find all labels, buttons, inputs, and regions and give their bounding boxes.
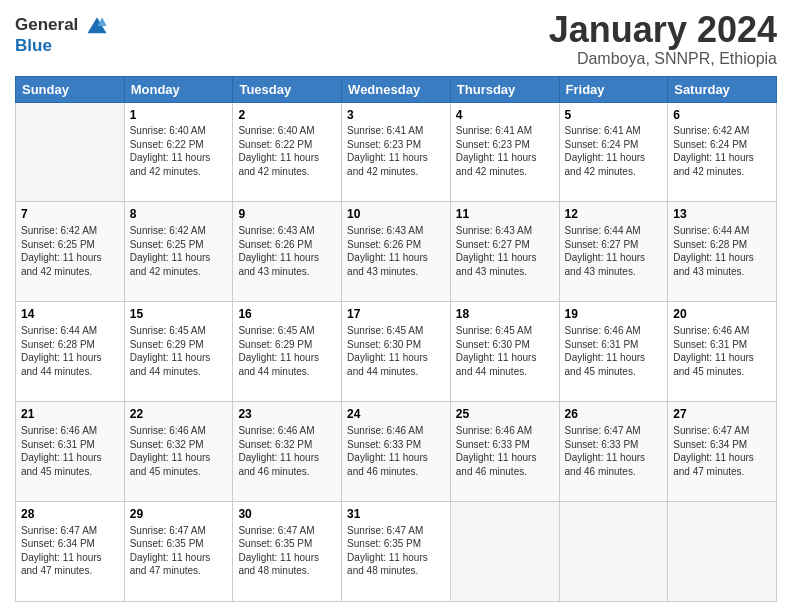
day-number: 9 bbox=[238, 206, 336, 223]
day-info: Sunrise: 6:43 AM Sunset: 6:27 PM Dayligh… bbox=[456, 224, 554, 278]
week-row-5: 28Sunrise: 6:47 AM Sunset: 6:34 PM Dayli… bbox=[16, 502, 777, 602]
day-number: 23 bbox=[238, 406, 336, 423]
day-number: 14 bbox=[21, 306, 119, 323]
calendar-cell: 10Sunrise: 6:43 AM Sunset: 6:26 PM Dayli… bbox=[342, 202, 451, 302]
day-info: Sunrise: 6:46 AM Sunset: 6:31 PM Dayligh… bbox=[565, 324, 663, 378]
day-number: 19 bbox=[565, 306, 663, 323]
day-info: Sunrise: 6:40 AM Sunset: 6:22 PM Dayligh… bbox=[238, 124, 336, 178]
day-info: Sunrise: 6:47 AM Sunset: 6:35 PM Dayligh… bbox=[238, 524, 336, 578]
day-number: 25 bbox=[456, 406, 554, 423]
calendar-cell bbox=[559, 502, 668, 602]
day-info: Sunrise: 6:43 AM Sunset: 6:26 PM Dayligh… bbox=[347, 224, 445, 278]
calendar-cell: 4Sunrise: 6:41 AM Sunset: 6:23 PM Daylig… bbox=[450, 102, 559, 202]
day-header-monday: Monday bbox=[124, 76, 233, 102]
day-header-saturday: Saturday bbox=[668, 76, 777, 102]
calendar-cell: 31Sunrise: 6:47 AM Sunset: 6:35 PM Dayli… bbox=[342, 502, 451, 602]
day-info: Sunrise: 6:46 AM Sunset: 6:32 PM Dayligh… bbox=[238, 424, 336, 478]
day-number: 11 bbox=[456, 206, 554, 223]
day-info: Sunrise: 6:46 AM Sunset: 6:31 PM Dayligh… bbox=[21, 424, 119, 478]
day-number: 17 bbox=[347, 306, 445, 323]
day-info: Sunrise: 6:47 AM Sunset: 6:35 PM Dayligh… bbox=[130, 524, 228, 578]
day-header-sunday: Sunday bbox=[16, 76, 125, 102]
calendar: SundayMondayTuesdayWednesdayThursdayFrid… bbox=[15, 76, 777, 602]
calendar-cell: 27Sunrise: 6:47 AM Sunset: 6:34 PM Dayli… bbox=[668, 402, 777, 502]
week-row-2: 7Sunrise: 6:42 AM Sunset: 6:25 PM Daylig… bbox=[16, 202, 777, 302]
calendar-cell: 6Sunrise: 6:42 AM Sunset: 6:24 PM Daylig… bbox=[668, 102, 777, 202]
day-info: Sunrise: 6:40 AM Sunset: 6:22 PM Dayligh… bbox=[130, 124, 228, 178]
calendar-cell bbox=[16, 102, 125, 202]
day-info: Sunrise: 6:45 AM Sunset: 6:29 PM Dayligh… bbox=[238, 324, 336, 378]
week-row-4: 21Sunrise: 6:46 AM Sunset: 6:31 PM Dayli… bbox=[16, 402, 777, 502]
day-info: Sunrise: 6:47 AM Sunset: 6:34 PM Dayligh… bbox=[673, 424, 771, 478]
day-number: 15 bbox=[130, 306, 228, 323]
day-number: 2 bbox=[238, 107, 336, 124]
day-info: Sunrise: 6:46 AM Sunset: 6:32 PM Dayligh… bbox=[130, 424, 228, 478]
calendar-cell: 13Sunrise: 6:44 AM Sunset: 6:28 PM Dayli… bbox=[668, 202, 777, 302]
calendar-cell: 21Sunrise: 6:46 AM Sunset: 6:31 PM Dayli… bbox=[16, 402, 125, 502]
calendar-header-row: SundayMondayTuesdayWednesdayThursdayFrid… bbox=[16, 76, 777, 102]
day-info: Sunrise: 6:47 AM Sunset: 6:35 PM Dayligh… bbox=[347, 524, 445, 578]
day-info: Sunrise: 6:45 AM Sunset: 6:29 PM Dayligh… bbox=[130, 324, 228, 378]
calendar-cell: 22Sunrise: 6:46 AM Sunset: 6:32 PM Dayli… bbox=[124, 402, 233, 502]
day-number: 1 bbox=[130, 107, 228, 124]
day-info: Sunrise: 6:46 AM Sunset: 6:31 PM Dayligh… bbox=[673, 324, 771, 378]
calendar-cell: 16Sunrise: 6:45 AM Sunset: 6:29 PM Dayli… bbox=[233, 302, 342, 402]
logo-line2: Blue bbox=[15, 37, 108, 56]
calendar-cell: 25Sunrise: 6:46 AM Sunset: 6:33 PM Dayli… bbox=[450, 402, 559, 502]
day-number: 31 bbox=[347, 506, 445, 523]
day-number: 18 bbox=[456, 306, 554, 323]
day-header-thursday: Thursday bbox=[450, 76, 559, 102]
day-number: 12 bbox=[565, 206, 663, 223]
calendar-cell: 26Sunrise: 6:47 AM Sunset: 6:33 PM Dayli… bbox=[559, 402, 668, 502]
calendar-cell: 28Sunrise: 6:47 AM Sunset: 6:34 PM Dayli… bbox=[16, 502, 125, 602]
day-number: 27 bbox=[673, 406, 771, 423]
calendar-cell: 18Sunrise: 6:45 AM Sunset: 6:30 PM Dayli… bbox=[450, 302, 559, 402]
calendar-cell: 11Sunrise: 6:43 AM Sunset: 6:27 PM Dayli… bbox=[450, 202, 559, 302]
calendar-cell: 17Sunrise: 6:45 AM Sunset: 6:30 PM Dayli… bbox=[342, 302, 451, 402]
calendar-cell: 5Sunrise: 6:41 AM Sunset: 6:24 PM Daylig… bbox=[559, 102, 668, 202]
day-info: Sunrise: 6:46 AM Sunset: 6:33 PM Dayligh… bbox=[347, 424, 445, 478]
day-info: Sunrise: 6:41 AM Sunset: 6:23 PM Dayligh… bbox=[347, 124, 445, 178]
calendar-cell: 2Sunrise: 6:40 AM Sunset: 6:22 PM Daylig… bbox=[233, 102, 342, 202]
day-number: 21 bbox=[21, 406, 119, 423]
day-number: 29 bbox=[130, 506, 228, 523]
day-info: Sunrise: 6:45 AM Sunset: 6:30 PM Dayligh… bbox=[347, 324, 445, 378]
day-number: 10 bbox=[347, 206, 445, 223]
calendar-cell: 23Sunrise: 6:46 AM Sunset: 6:32 PM Dayli… bbox=[233, 402, 342, 502]
logo: General Blue bbox=[15, 15, 108, 56]
day-number: 5 bbox=[565, 107, 663, 124]
day-info: Sunrise: 6:44 AM Sunset: 6:27 PM Dayligh… bbox=[565, 224, 663, 278]
day-info: Sunrise: 6:47 AM Sunset: 6:33 PM Dayligh… bbox=[565, 424, 663, 478]
calendar-cell: 30Sunrise: 6:47 AM Sunset: 6:35 PM Dayli… bbox=[233, 502, 342, 602]
day-info: Sunrise: 6:47 AM Sunset: 6:34 PM Dayligh… bbox=[21, 524, 119, 578]
day-number: 30 bbox=[238, 506, 336, 523]
page: General Blue January 2024 Damboya, SNNPR… bbox=[0, 0, 792, 612]
month-title: January 2024 bbox=[549, 10, 777, 50]
title-section: January 2024 Damboya, SNNPR, Ethiopia bbox=[549, 10, 777, 68]
day-number: 28 bbox=[21, 506, 119, 523]
calendar-cell: 9Sunrise: 6:43 AM Sunset: 6:26 PM Daylig… bbox=[233, 202, 342, 302]
calendar-cell bbox=[450, 502, 559, 602]
day-number: 7 bbox=[21, 206, 119, 223]
day-info: Sunrise: 6:45 AM Sunset: 6:30 PM Dayligh… bbox=[456, 324, 554, 378]
week-row-1: 1Sunrise: 6:40 AM Sunset: 6:22 PM Daylig… bbox=[16, 102, 777, 202]
day-info: Sunrise: 6:42 AM Sunset: 6:24 PM Dayligh… bbox=[673, 124, 771, 178]
day-info: Sunrise: 6:41 AM Sunset: 6:24 PM Dayligh… bbox=[565, 124, 663, 178]
day-info: Sunrise: 6:44 AM Sunset: 6:28 PM Dayligh… bbox=[21, 324, 119, 378]
day-info: Sunrise: 6:46 AM Sunset: 6:33 PM Dayligh… bbox=[456, 424, 554, 478]
day-info: Sunrise: 6:43 AM Sunset: 6:26 PM Dayligh… bbox=[238, 224, 336, 278]
day-number: 22 bbox=[130, 406, 228, 423]
day-info: Sunrise: 6:42 AM Sunset: 6:25 PM Dayligh… bbox=[130, 224, 228, 278]
day-info: Sunrise: 6:41 AM Sunset: 6:23 PM Dayligh… bbox=[456, 124, 554, 178]
day-number: 16 bbox=[238, 306, 336, 323]
day-number: 4 bbox=[456, 107, 554, 124]
day-header-friday: Friday bbox=[559, 76, 668, 102]
logo-line1: General bbox=[15, 15, 108, 37]
calendar-cell: 8Sunrise: 6:42 AM Sunset: 6:25 PM Daylig… bbox=[124, 202, 233, 302]
location: Damboya, SNNPR, Ethiopia bbox=[549, 50, 777, 68]
calendar-cell: 1Sunrise: 6:40 AM Sunset: 6:22 PM Daylig… bbox=[124, 102, 233, 202]
calendar-cell bbox=[668, 502, 777, 602]
header: General Blue January 2024 Damboya, SNNPR… bbox=[15, 10, 777, 68]
day-number: 26 bbox=[565, 406, 663, 423]
day-number: 6 bbox=[673, 107, 771, 124]
